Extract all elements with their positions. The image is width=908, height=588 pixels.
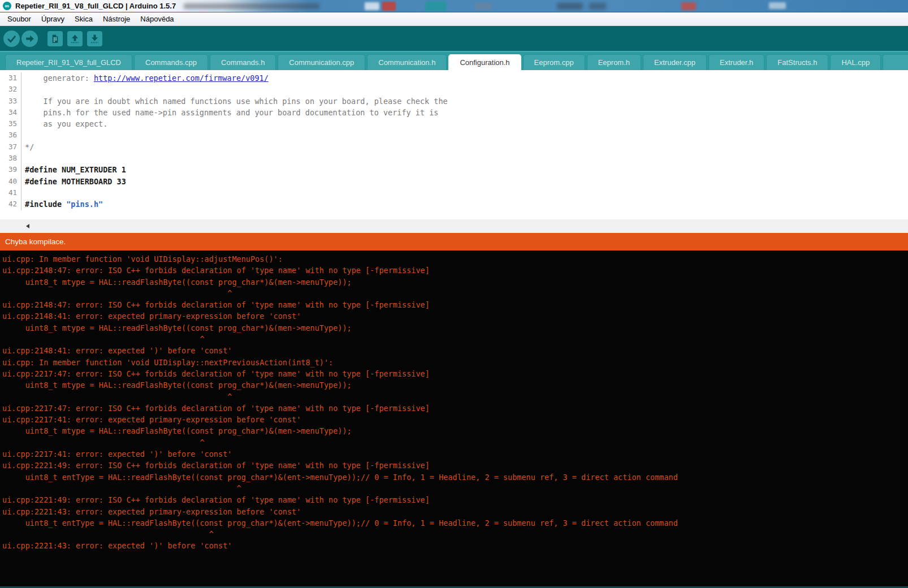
console-error-line: ui.cpp:2217:41: error: expected primary-… — [2, 414, 908, 425]
console-error-line: uint8_t entType = HAL::readFlashByte((co… — [2, 517, 908, 529]
console-caret-line: ^ — [2, 391, 908, 403]
editor-line: 38 — [0, 153, 908, 164]
background-window-artifact — [425, 1, 447, 11]
console-caret-line: ^ — [2, 288, 908, 299]
line-number: 33 — [0, 96, 19, 107]
console-caret-line: ^ — [2, 483, 908, 494]
scrollbar-left-arrow-icon[interactable] — [26, 224, 29, 228]
verify-button[interactable] — [3, 31, 20, 47]
editor-line: 37*/ — [0, 141, 908, 153]
console-error-line: ui.cpp:2217:47: error: ISO C++ forbids d… — [2, 403, 908, 414]
console-error-line: ui.cpp:2148:41: error: expected primary-… — [2, 310, 908, 322]
editor-line: 35 as you expect. — [0, 118, 908, 129]
background-window-artifact — [589, 3, 606, 10]
code-text: #include "pins.h" — [25, 198, 103, 210]
line-number: 34 — [0, 107, 19, 118]
console-error-line: ui.cpp:2221:49: error: ISO C++ forbids d… — [2, 460, 908, 471]
open-button[interactable] — [67, 31, 83, 46]
tab-commands-h[interactable]: Commands.h — [210, 54, 276, 70]
background-window-artifact — [365, 2, 379, 10]
compile-status-bar: Chyba kompilace. — [0, 233, 908, 250]
background-window-artifact — [557, 3, 583, 10]
console-caret-line: ^ — [2, 334, 908, 345]
menu-item-n-stroje[interactable]: Nástroje — [98, 12, 135, 25]
tab-eeprom-h[interactable]: Eeprom.h — [587, 54, 641, 70]
console-error-line: ui.cpp:2217:41: error: expected ')' befo… — [2, 448, 908, 460]
code-text: #define NUM_EXTRUDER 1 — [25, 164, 126, 175]
tab-extruder-cpp[interactable]: Extruder.cpp — [643, 54, 707, 70]
console-error-line: ui.cpp:2217:47: error: ISO C++ forbids d… — [2, 368, 908, 379]
console-error-line: uint8_t mtype = HAL::readFlashByte((cons… — [2, 322, 908, 334]
editor-line: 34 pins.h for the used name->pin assignm… — [0, 107, 908, 118]
editor-line: 31 generator: http://www.repetier.com/fi… — [0, 72, 908, 84]
tab-commands-cpp[interactable]: Commands.cpp — [134, 54, 208, 70]
document-icon — [50, 33, 60, 44]
background-window-artifact — [382, 2, 396, 11]
arduino-infinity-icon: ∞ — [3, 2, 11, 10]
line-number: 32 — [0, 84, 19, 95]
status-message: Chyba kompilace. — [5, 237, 66, 246]
console-error-line: ui.cpp:2148:47: error: ISO C++ forbids d… — [2, 299, 908, 310]
menu-item-skica[interactable]: Skica — [70, 12, 98, 25]
gutter-separator — [21, 118, 25, 129]
line-number: 37 — [0, 141, 19, 153]
editor-line: 40#define MOTHERBOARD 33 — [0, 176, 908, 187]
console-error-line: uint8_t entType = HAL::readFlashByte((co… — [2, 472, 908, 483]
console-error-line: ui.cpp: In member function 'void UIDispl… — [2, 253, 908, 265]
tab-blank[interactable] — [883, 54, 908, 70]
console-caret-line: ^ — [2, 437, 908, 448]
tab-fatstructs-h[interactable]: FatStructs.h — [766, 54, 828, 70]
gutter-separator — [21, 72, 25, 84]
repetier-firmware-link[interactable]: http://www.repetier.com/firmware/v091/ — [94, 74, 269, 83]
toolbar — [0, 26, 908, 51]
console-error-line: ui.cpp:2148:47: error: ISO C++ forbids d… — [2, 265, 908, 276]
menu-item-pravy[interactable]: Úpravy — [36, 12, 70, 25]
menu-item-n-pov-da[interactable]: Nápověda — [135, 12, 179, 25]
code-text: #define MOTHERBOARD 33 — [25, 176, 126, 187]
code-text: pins.h for the used name->pin assignment… — [25, 107, 439, 118]
console-error-line: uint8_t mtype = HAL::readFlashByte((cons… — [2, 425, 908, 436]
tab-extruder-h[interactable]: Extruder.h — [708, 54, 764, 70]
line-number: 42 — [0, 198, 19, 210]
tab-configuration-h[interactable]: Configuration.h — [448, 54, 521, 70]
line-number: 38 — [0, 153, 19, 164]
tab-communication-cpp[interactable]: Communication.cpp — [278, 54, 365, 70]
gutter-separator — [21, 107, 25, 118]
code-editor[interactable]: 31 generator: http://www.repetier.com/fi… — [0, 70, 908, 219]
background-window-artifact — [769, 2, 786, 9]
console-error-line: ui.cpp:2221:43: error: expected ')' befo… — [2, 540, 908, 551]
editor-line: 39#define NUM_EXTRUDER 1 — [0, 164, 908, 175]
console-error-line: ui.cpp:2148:41: error: expected ')' befo… — [2, 345, 908, 356]
save-button[interactable] — [87, 31, 102, 46]
console-error-line: ui.cpp:2221:43: error: expected primary-… — [2, 506, 908, 517]
editor-line: 33 If you are in doubt which named funct… — [0, 96, 908, 107]
tab-communication-h[interactable]: Communication.h — [367, 54, 447, 70]
gutter-separator — [21, 164, 25, 175]
console-error-line: uint8_t mtype = HAL::readFlashByte((cons… — [2, 276, 908, 288]
background-window-artifact — [184, 3, 319, 9]
tab-repetier-rii-91-v8-full-glcd[interactable]: Repetier_RII_91_V8_full_GLCD — [5, 54, 132, 70]
gutter-separator — [21, 153, 25, 164]
window-title: Repetier_RII_91_V8_full_GLCD | Arduino 1… — [15, 2, 176, 10]
upload-button[interactable] — [21, 31, 38, 47]
check-icon — [6, 33, 17, 44]
line-number: 41 — [0, 187, 19, 198]
tab-eeprom-cpp[interactable]: Eeprom.cpp — [523, 54, 585, 70]
console-error-line: uint8_t mtype = HAL::readFlashByte((cons… — [2, 379, 908, 391]
tab-hal-cpp[interactable]: HAL.cpp — [830, 54, 881, 70]
code-text: as you expect. — [25, 118, 107, 129]
editor-line: 32 — [0, 84, 908, 95]
background-window-artifact — [475, 3, 492, 10]
gutter-separator — [21, 198, 25, 210]
code-text: generator: http://www.repetier.com/firmw… — [25, 72, 269, 84]
window-title-bar: ∞ Repetier_RII_91_V8_full_GLCD | Arduino… — [0, 0, 908, 12]
editor-line: 42#include "pins.h" — [0, 198, 908, 210]
editor-horizontal-scrollbar[interactable] — [0, 219, 908, 233]
code-text: */ — [25, 141, 34, 153]
line-number: 39 — [0, 164, 19, 175]
new-sketch-button[interactable] — [47, 31, 63, 46]
line-number: 40 — [0, 176, 19, 187]
console-output: ui.cpp: In member function 'void UIDispl… — [0, 250, 908, 586]
menu-item-soubor[interactable]: Soubor — [2, 12, 36, 25]
line-number: 35 — [0, 118, 19, 129]
